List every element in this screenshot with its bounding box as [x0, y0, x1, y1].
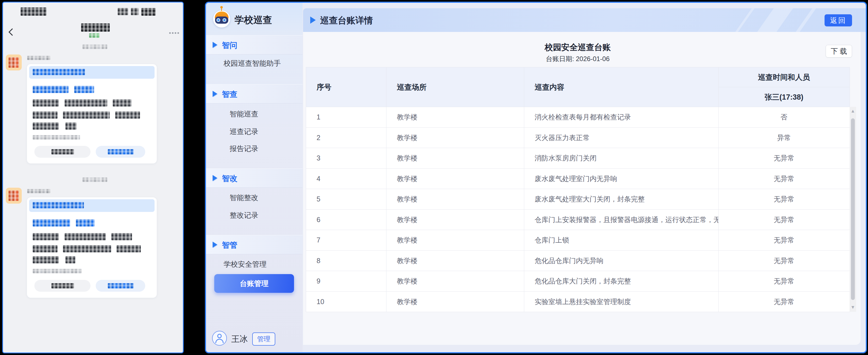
cell-status: 无异常: [719, 250, 850, 271]
sidebar-item-智能巡查[interactable]: 智能巡查: [206, 107, 303, 121]
sidebar-item-校园巡查智能助手[interactable]: 校园巡查智能助手: [206, 57, 303, 70]
cell-place: 教学楼: [386, 250, 524, 271]
card-body-line-redacted: [33, 256, 59, 263]
cell-index: 6: [306, 209, 386, 230]
decorative-streak: [731, 8, 758, 32]
sidebar-item-报告记录[interactable]: 报告记录: [206, 142, 303, 155]
scroll-up-icon[interactable]: ▲: [849, 109, 856, 114]
card-body-line-redacted: [33, 99, 59, 107]
table-row: 5教学楼废水废气处理室大门关闭，封条完整无异常: [306, 189, 850, 210]
table-scrollbar[interactable]: ▲ ▼: [849, 107, 856, 312]
sidebar-item-台账管理[interactable]: 台账管理: [214, 274, 294, 293]
card-link2-redacted[interactable]: [33, 219, 70, 227]
card-link2b-redacted[interactable]: [76, 219, 95, 227]
sidebar-section-header[interactable]: 智改: [206, 169, 303, 188]
card-body-line-redacted: [63, 245, 111, 253]
cell-content: 仓库门上锁: [524, 230, 719, 251]
more-menu-icon[interactable]: [168, 30, 179, 35]
card-time-redacted: [33, 269, 82, 273]
card-body-line-redacted: [117, 245, 141, 253]
cell-status: 无异常: [719, 189, 850, 210]
card-body-line-redacted: [65, 256, 75, 263]
card-link2b-redacted[interactable]: [74, 86, 94, 93]
cell-content: 废水废气处理室门内无异响: [524, 169, 719, 189]
app-title: 学校巡查: [235, 14, 272, 26]
back-chevron-icon[interactable]: [8, 28, 16, 36]
ledger-date: 台账日期: 2026-01-06: [306, 55, 849, 63]
card-link2-redacted[interactable]: [33, 86, 68, 93]
cell-index: 9: [306, 271, 386, 292]
card-time-redacted: [33, 135, 80, 140]
download-button[interactable]: 下 载: [826, 45, 852, 58]
ledger-table: 序号 巡查场所 巡查内容 巡查时间和人员 张三(17:38) 1教学楼消火栓检查…: [306, 67, 850, 312]
card-body-line-redacted: [113, 99, 131, 107]
sidebar-section-header[interactable]: 智管: [206, 235, 303, 254]
user-avatar-icon: [212, 331, 227, 346]
cell-content: 灭火器压力表正常: [524, 127, 719, 148]
card-secondary-button[interactable]: [34, 280, 91, 292]
cell-index: 3: [306, 148, 386, 169]
table-row: 8教学楼危化品仓库门内无异响无异常: [306, 250, 850, 271]
bot-avatar[interactable]: [6, 55, 22, 70]
card-primary-button[interactable]: [96, 280, 145, 292]
sidebar-item-巡查记录[interactable]: 巡查记录: [206, 125, 303, 138]
table-row: 3教学楼消防水泵房房门关闭无异常: [306, 148, 850, 169]
table-row: 7教学楼仓库门上锁无异常: [306, 230, 850, 251]
cell-place: 教学楼: [386, 209, 524, 230]
scroll-down-icon[interactable]: ▼: [849, 305, 856, 310]
table-row: 10教学楼实验室墙上悬挂实验室管理制度无异常: [306, 291, 850, 312]
page-title: 巡查台账详情: [320, 14, 373, 27]
bot-avatar[interactable]: [6, 188, 22, 204]
scroll-thumb[interactable]: [851, 118, 855, 300]
phone-panel: [2, 2, 184, 353]
user-name: 王冰: [231, 333, 248, 345]
cell-status: 无异常: [719, 271, 850, 292]
col-header-place: 巡查场所: [386, 67, 524, 107]
sidebar-item-整改记录[interactable]: 整改记录: [206, 209, 303, 222]
cell-place: 教学楼: [386, 271, 524, 292]
cell-content: 废水废气处理室大门关闭，封条完整: [524, 189, 719, 210]
ledger-card: 校园安全巡查台账 台账日期: 2026-01-06 下 载 序号 巡查场所 巡查…: [303, 32, 861, 345]
chat-title-redacted: [81, 23, 110, 32]
chat-status-redacted: [89, 33, 99, 38]
sidebar-section-label: 智改: [222, 173, 237, 184]
card-body-line-redacted: [33, 112, 58, 119]
cell-content: 消火栓检查表每月都有检查记录: [524, 107, 719, 128]
chat-timestamp-redacted: [83, 177, 107, 182]
card-primary-button[interactable]: [96, 146, 145, 158]
cell-place: 教学楼: [386, 291, 524, 312]
card-body-line-redacted: [33, 122, 59, 129]
card-secondary-button[interactable]: [34, 146, 91, 158]
cell-index: 4: [306, 169, 386, 189]
cell-index: 8: [306, 250, 386, 271]
cell-content: 危化品仓库大门关闭，封条完整: [524, 271, 719, 292]
table-row: 9教学楼危化品仓库大门关闭，封条完整无异常: [306, 271, 850, 292]
card-body-line-redacted: [33, 245, 58, 253]
bot-avatar-glyph: [8, 190, 19, 201]
card-link-redacted[interactable]: [33, 202, 84, 208]
signal-icon: [118, 8, 128, 15]
battery-icon: [142, 8, 156, 16]
cell-status: 异常: [719, 127, 850, 148]
triangle-icon: [213, 175, 217, 181]
card-body-line-redacted: [112, 233, 132, 240]
button-label-redacted: [108, 283, 134, 288]
cell-index: 10: [306, 291, 386, 312]
triangle-icon: [213, 91, 217, 97]
cell-place: 教学楼: [386, 148, 524, 169]
col-header-index: 序号: [306, 67, 386, 107]
card-link-redacted[interactable]: [33, 69, 85, 75]
sidebar-item-智能整改[interactable]: 智能整改: [206, 191, 303, 204]
sidebar-section-header[interactable]: 智查: [206, 84, 303, 103]
sidebar-item-学校安全管理[interactable]: 学校安全管理: [206, 258, 303, 271]
sender-name-redacted: [27, 56, 50, 60]
cell-place: 教学楼: [386, 169, 524, 189]
cell-content: 危化品仓库门内无异响: [524, 250, 719, 271]
sidebar-section-label: 智管: [222, 240, 237, 250]
table-row: 2教学楼灭火器压力表正常异常: [306, 127, 850, 148]
page-header-band: 巡查台账详情 返回: [303, 8, 866, 32]
back-button[interactable]: 返回: [825, 14, 852, 26]
user-role-badge: 管理: [252, 332, 275, 346]
sidebar-section-header[interactable]: 智问: [206, 35, 303, 55]
bot-avatar-glyph: [8, 57, 19, 68]
